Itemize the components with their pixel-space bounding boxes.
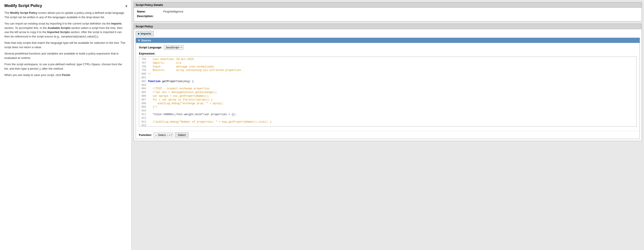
left-panel: Modify Script Policy ▼ The Modify Script… [0,0,132,250]
code-line: 797 Imports: n/a [140,61,636,65]
details-section-header: Script Policy Details [134,2,642,8]
script-policy-body: ▶ Imports ▼ Source Script Language: Java… [134,29,642,141]
line-code: Returns: array containing all extracted … [148,68,241,72]
code-line: 799 Returns: array containing all extrac… [140,68,636,72]
line-code: for ( var eprop in Iterator(eprops)) { [148,98,212,102]
line-code: auditLog.debug("exchange prop: " + eprop… [148,102,224,105]
line-code: Input: message (non-normalized) [148,65,214,69]
code-line: 798 Input: message (non-normalized) [140,65,636,69]
code-editor[interactable]: 796 Last modified: 20-Oct-2019797 Import… [139,56,636,127]
line-number: 808 [140,102,148,105]
tab-bar: ▶ Imports [136,31,640,36]
line-number: 814 [140,124,148,127]
details-section: Script Policy Details Name: PingIntellig… [134,2,642,21]
function-label: Function: [139,133,152,137]
line-number: 809 [140,105,148,109]
line-number: 801 [140,76,148,80]
script-language-select-wrapper[interactable]: JavaScript Groovy [164,45,184,50]
source-collapse-arrow: ▼ [138,39,140,42]
line-number: 803 [140,83,148,87]
line-code: function getProperties(msg) { [148,80,194,83]
script-lang-row: Script Language: JavaScript Groovy [139,45,636,50]
page-title: Modify Script Policy [4,3,127,8]
line-number: 813 [140,120,148,124]
code-line: 807 for ( var eprop in Iterator(eprops))… [140,98,636,102]
script-language-select[interactable]: JavaScript Groovy [164,45,184,50]
code-line: 805 /*var exc = messageContext.getExchan… [140,91,636,94]
line-code: var eprops = exc.getPropertyNames(); [148,94,210,98]
line-code: /*var exc = messageContext.getExchange()… [148,91,217,94]
line-number: 796 [140,58,148,61]
description-row: Description: [137,14,638,18]
source-tab-label: Source [141,39,151,42]
function-select[interactable]: -- Select -- [154,133,173,137]
code-line: 800*/ [140,72,636,76]
code-line: 796 Last modified: 20-Oct-2019 [140,58,636,61]
code-line: 803 [140,83,636,87]
details-section-content: Name: PingIntelligence Description: [134,8,642,21]
code-line: 810 [140,109,636,113]
line-number: 812 [140,116,148,120]
code-line: 811 "color:#0000cc;font-weight:bold">var… [140,113,636,116]
line-code: Imports: n/a [148,61,181,65]
name-label: Name: [137,10,163,13]
code-line: 808 auditLog.debug("exchange prop: " + e… [140,102,636,105]
select-button[interactable]: Select [175,132,188,137]
script-policy-section: Script Policy ▶ Imports ▼ Source Script … [134,24,642,141]
tab-imports-label: Imports [141,32,151,35]
line-number: 807 [140,98,148,102]
code-line: 812 [140,116,636,120]
code-line: 806 var eprops = exc.getPropertyNames(); [140,94,636,98]
source-header-bar[interactable]: ▼ Source [136,38,640,43]
name-row: Name: PingIntelligence [137,10,638,13]
line-code: //TEST - inspect exchange properties [148,87,210,91]
right-panel: Script Policy Details Name: PingIntellig… [132,0,644,250]
expression-label: Expression: [139,52,636,55]
line-number: 810 [140,109,148,113]
name-value: PingIntelligence [163,10,184,13]
code-line: 814 [140,124,636,127]
line-number: 806 [140,94,148,98]
line-code: */ [148,72,151,76]
code-line: 801 [140,76,636,80]
script-policy-header: Script Policy [134,24,642,29]
code-line: 809 }*/ [140,105,636,109]
line-number: 799 [140,68,148,72]
code-line: 804 //TEST - inspect exchange properties [140,87,636,91]
line-number: 811 [140,113,148,116]
source-section: ▼ Source Script Language: JavaScript Gro… [136,38,640,139]
function-row: Function: -- Select -- Select [136,131,640,139]
line-number: 802 [140,80,148,83]
line-number: 798 [140,65,148,69]
tab-imports[interactable]: ▶ Imports [136,31,154,36]
description-para-2: You can import an existing script by imp… [4,21,127,38]
description-label: Description: [137,14,163,18]
description-para-3: Note that only scripts that match the la… [4,41,127,49]
description-para-5: From the script workspace, to use a pre-… [4,62,127,71]
function-select-wrapper[interactable]: -- Select -- [154,133,173,137]
line-code: "color:#0000cc;font-weight:bold">var pro… [148,113,236,116]
description-para-6: When you are ready to save your script, … [4,73,127,77]
line-number: 804 [140,87,148,91]
source-body: Script Language: JavaScript Groovy Expre… [136,43,640,129]
description-para-1: The Modify Script Policy screen allows y… [4,11,127,19]
code-line: 813 //auditLog.debug("Number of properti… [140,120,636,124]
description-para-4: Several predefined functions and variabl… [4,51,127,60]
line-code: //auditLog.debug("Number of properties: … [148,120,272,124]
line-code: }*/ [148,105,157,109]
script-language-label: Script Language: [139,46,162,49]
line-number: 805 [140,91,148,94]
line-number: 797 [140,61,148,65]
collapse-arrow[interactable]: ▼ [125,4,129,9]
line-code: Last modified: 20-Oct-2019 [148,58,194,61]
line-number: 800 [140,72,148,76]
tab-imports-arrow: ▶ [138,32,140,35]
code-line: 802function getProperties(msg) { [140,80,636,83]
